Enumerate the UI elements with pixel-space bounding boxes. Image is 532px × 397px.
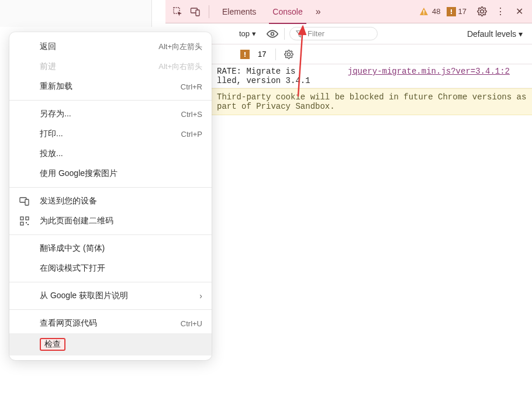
console-toolbar-secondary: 17: [165, 44, 532, 64]
warning-count[interactable]: 48: [432, 7, 440, 16]
menu-shortcut: Alt+向右箭头: [158, 61, 202, 72]
menu-divider: [9, 282, 212, 282]
log-levels-dropdown[interactable]: Default levels ▾: [462, 27, 527, 41]
divider: [284, 28, 285, 40]
funnel-icon: [296, 30, 304, 38]
menu-divider: [9, 187, 212, 188]
svg-rect-17: [27, 224, 29, 225]
svg-rect-4: [423, 13, 424, 15]
menu-shortcut: Ctrl+P: [181, 130, 202, 139]
filter-input[interactable]: Filter: [289, 27, 378, 40]
chevron-down-icon: ▾: [519, 29, 523, 39]
svg-rect-15: [20, 222, 23, 225]
context-label: top: [239, 29, 250, 38]
console-output: RATE: Migrate is lled, version 3.4.1 jqu…: [165, 64, 532, 115]
menu-divider: [9, 100, 212, 101]
svg-rect-14: [26, 217, 29, 220]
menu-label: 检查: [40, 338, 202, 351]
device-toggle-icon[interactable]: [188, 4, 203, 19]
menu-item-cast[interactable]: 投放...: [9, 144, 212, 164]
console-toolbar: top ▾ Filter Default levels ▾: [165, 23, 532, 44]
svg-point-7: [271, 32, 274, 35]
log-text-line: lled, version 3.4.1: [217, 76, 348, 85]
svg-rect-12: [25, 199, 29, 205]
menu-label: 返回: [40, 42, 158, 52]
menu-label: 使用 Google搜索图片: [40, 168, 202, 179]
menu-label: 投放...: [40, 149, 202, 159]
menu-label: 发送到您的设备: [40, 196, 202, 206]
svg-rect-13: [20, 217, 23, 220]
menu-label: 查看网页源代码: [40, 318, 181, 329]
menu-label: 翻译成中文 (简体): [40, 243, 202, 254]
menu-item-back[interactable]: 返回 Alt+向左箭头: [9, 37, 212, 57]
chevron-right-icon: ›: [199, 291, 202, 301]
settings-gear-icon[interactable]: [474, 4, 489, 19]
divider: [275, 49, 276, 60]
menu-shortcut: Ctrl+U: [181, 319, 202, 328]
console-settings-gear-icon[interactable]: [282, 47, 296, 61]
issue-badge-icon[interactable]: [447, 7, 456, 16]
divider: [209, 5, 209, 18]
qr-code-icon: [19, 215, 30, 227]
menu-label: 在阅读模式下打开: [40, 263, 202, 274]
issue-count[interactable]: 17: [458, 7, 467, 16]
menu-item-create-qr[interactable]: 为此页面创建二维码: [9, 211, 212, 231]
page-background-area: [0, 0, 152, 27]
menu-item-translate[interactable]: 翻译成中文 (简体): [9, 239, 212, 258]
menu-label: 从 Google 获取图片说明: [40, 291, 199, 301]
menu-item-inspect[interactable]: 检查: [9, 333, 212, 355]
warning-triangle-icon[interactable]: [419, 7, 429, 16]
filter-placeholder: Filter: [308, 29, 324, 38]
inspect-highlight-box: 检查: [40, 338, 65, 351]
warning-message: Third-party cookie will be blocked in fu…: [217, 92, 526, 111]
menu-label: 为此页面创建二维码: [40, 216, 202, 226]
svg-rect-16: [26, 222, 27, 223]
menu-item-save-as[interactable]: 另存为... Ctrl+S: [9, 104, 212, 124]
close-devtools-icon[interactable]: ✕: [512, 4, 527, 19]
tab-elements[interactable]: Elements: [214, 0, 264, 23]
kebab-menu-icon[interactable]: ⋮: [493, 4, 508, 19]
devtools-tabbar: Elements Console » 48 17 ⋮ ✕: [165, 0, 532, 23]
svg-rect-6: [451, 13, 452, 14]
menu-shortcut: Alt+向左箭头: [158, 42, 202, 52]
menu-divider: [9, 309, 212, 310]
issue-badge-icon[interactable]: [240, 50, 250, 59]
live-expression-icon[interactable]: [265, 27, 279, 41]
svg-rect-9: [244, 56, 246, 57]
svg-rect-2: [196, 10, 199, 16]
console-log-row: RATE: Migrate is lled, version 3.4.1 jqu…: [165, 64, 532, 88]
tab-console[interactable]: Console: [264, 0, 310, 23]
svg-rect-5: [451, 9, 452, 12]
menu-label: 前进: [40, 61, 158, 72]
log-text-line: RATE: Migrate is: [217, 67, 348, 76]
menu-item-image-description[interactable]: 从 Google 获取图片说明 ›: [9, 286, 212, 306]
issue-count-secondary[interactable]: 17: [258, 50, 266, 58]
svg-rect-8: [244, 52, 246, 55]
menu-shortcut: Ctrl+R: [181, 82, 202, 91]
menu-item-send-to-device[interactable]: 发送到您的设备: [9, 191, 212, 211]
menu-item-reload[interactable]: 重新加载 Ctrl+R: [9, 77, 212, 96]
more-tabs-chevron-icon[interactable]: »: [311, 6, 326, 17]
context-menu: 返回 Alt+向左箭头 前进 Alt+向右箭头 重新加载 Ctrl+R 另存为.…: [9, 32, 212, 360]
menu-label: 另存为...: [40, 109, 181, 119]
menu-divider: [9, 234, 212, 235]
menu-item-print[interactable]: 打印... Ctrl+P: [9, 124, 212, 144]
devices-icon: [19, 195, 30, 207]
svg-rect-3: [423, 10, 424, 13]
menu-item-reading-mode[interactable]: 在阅读模式下打开: [9, 258, 212, 278]
menu-label: 重新加载: [40, 81, 181, 92]
menu-shortcut: Ctrl+S: [181, 110, 202, 119]
menu-label: 打印...: [40, 129, 181, 139]
chevron-down-icon: ▾: [252, 29, 256, 38]
levels-label: Default levels: [467, 29, 516, 39]
console-warning-row: Third-party cookie will be blocked in fu…: [165, 88, 532, 115]
devtools-panel: Elements Console » 48 17 ⋮ ✕ top ▾ Filte…: [165, 0, 532, 115]
execution-context-dropdown[interactable]: top ▾: [234, 27, 261, 40]
menu-item-view-source[interactable]: 查看网页源代码 Ctrl+U: [9, 313, 212, 333]
menu-item-search-image[interactable]: 使用 Google搜索图片: [9, 164, 212, 184]
log-source-link[interactable]: jquery-migrate.min.js?ver=3.4.1:2: [348, 67, 510, 85]
menu-item-forward: 前进 Alt+向右箭头: [9, 57, 212, 77]
inspect-element-icon[interactable]: [170, 4, 185, 19]
